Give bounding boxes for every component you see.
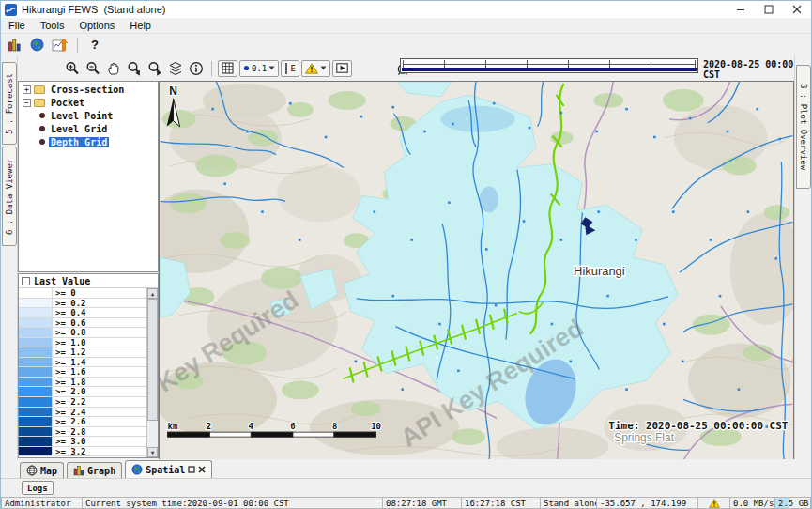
time-slider[interactable] xyxy=(400,58,698,73)
legend-row[interactable]: >= 0.2 xyxy=(19,299,158,309)
town-label: Hikurangi xyxy=(574,264,625,278)
spatial-display-icon[interactable] xyxy=(51,38,68,53)
help-button[interactable]: ? xyxy=(87,38,102,52)
legend-row[interactable]: >= 3.2 xyxy=(19,447,158,457)
timeseries-chart-icon[interactable] xyxy=(6,38,23,53)
menu-tools[interactable]: Tools xyxy=(33,19,72,32)
tab-map[interactable]: Map xyxy=(20,462,64,478)
tree-item-cross-section[interactable]: + Cross-section xyxy=(19,84,158,95)
legend-color-swatch xyxy=(19,367,53,377)
tree-item-level-point[interactable]: Level Point xyxy=(19,110,158,121)
tree-item-level-grid[interactable]: Level Grid xyxy=(19,123,158,134)
folder-icon xyxy=(34,99,45,107)
tab-spatial[interactable]: Spatial xyxy=(125,460,212,478)
legend-color-swatch xyxy=(19,288,53,298)
scale-bar-button[interactable]: E xyxy=(281,60,299,77)
zoom-in-icon[interactable] xyxy=(63,60,82,77)
legend-row[interactable]: >= 1.0 xyxy=(19,338,158,348)
svg-text:4: 4 xyxy=(248,422,253,431)
tab-forecast[interactable]: 5 : Forecast xyxy=(2,62,17,145)
display-tab-bar: Map Graph Spatial xyxy=(1,459,811,478)
zoom-previous-icon[interactable] xyxy=(125,60,144,77)
last-value-label: Last Value xyxy=(34,276,90,286)
menu-help[interactable]: Help xyxy=(122,19,159,32)
legend-row[interactable]: >= 3.0 xyxy=(19,437,158,447)
bar-chart-icon xyxy=(73,465,84,476)
legend-scrollbar[interactable]: ▲ ▼ xyxy=(146,288,158,457)
info-icon[interactable] xyxy=(187,60,206,77)
legend-color-swatch xyxy=(19,437,53,446)
tree-item-pocket[interactable]: − Pocket xyxy=(19,97,158,108)
close-pane-icon[interactable] xyxy=(198,466,206,473)
application-window: Hikurangi FEWS (Stand alone) File Tools … xyxy=(0,0,812,509)
tree-item-depth-grid[interactable]: Depth Grid xyxy=(19,136,158,147)
menu-file[interactable]: File xyxy=(1,19,33,32)
menu-options[interactable]: Options xyxy=(71,19,122,32)
scroll-down-icon[interactable]: ▼ xyxy=(147,447,158,457)
legend-row[interactable]: >= 2.4 xyxy=(19,408,158,418)
collapse-icon[interactable]: − xyxy=(23,99,31,107)
tab-graph[interactable]: Graph xyxy=(67,462,122,478)
time-slider-range xyxy=(402,68,697,71)
last-value-option[interactable]: Last Value xyxy=(19,274,158,288)
legend-row[interactable]: >= 1.2 xyxy=(19,347,158,358)
svg-text:6: 6 xyxy=(290,422,295,431)
window-title: Hikurangi FEWS (Stand alone) xyxy=(22,4,165,15)
layers-icon[interactable] xyxy=(166,60,185,77)
legend-color-swatch xyxy=(19,318,53,328)
right-dock-strip: 3 : Plot Overview xyxy=(794,55,811,459)
legend-row[interactable]: >= 2.8 xyxy=(19,427,158,438)
legend-row[interactable]: >= 1.8 xyxy=(19,378,158,388)
legend-color-swatch xyxy=(19,308,53,317)
legend-row[interactable]: >= 2.0 xyxy=(19,387,158,397)
last-value-checkbox[interactable] xyxy=(22,277,30,285)
status-network-speed: 0.0 MB/s xyxy=(729,497,774,509)
map-graphic: API Key Required API Key Required Hikura… xyxy=(160,82,793,460)
tab-data-viewer[interactable]: 6 : Data Viewer xyxy=(2,147,17,246)
legend-row[interactable]: >= 1.6 xyxy=(19,367,158,378)
expand-icon[interactable]: + xyxy=(23,85,31,94)
main-toolbar: ? xyxy=(1,34,811,55)
node-bullet-icon xyxy=(39,126,45,131)
restore-pane-icon[interactable] xyxy=(188,466,195,473)
folder-icon xyxy=(34,85,45,94)
left-dock-strip: 5 : Forecast 6 : Data Viewer xyxy=(1,55,18,459)
warning-layer-dropdown[interactable] xyxy=(301,60,330,77)
scroll-up-icon[interactable]: ▲ xyxy=(147,288,158,299)
globe-display-icon[interactable] xyxy=(28,38,45,53)
svg-text:2: 2 xyxy=(207,422,211,431)
place-label: Springs Flat xyxy=(614,431,674,444)
close-button[interactable] xyxy=(783,1,811,18)
map-canvas[interactable]: API Key Required API Key Required Hikura… xyxy=(159,81,794,461)
status-gmt-time: 08:27:18 GMT xyxy=(382,497,461,509)
legend-row[interactable]: >= 2.6 xyxy=(19,417,158,427)
status-warning[interactable] xyxy=(697,497,729,509)
tab-plot-overview[interactable]: 3 : Plot Overview xyxy=(796,65,811,189)
legend-row[interactable]: >= 0.4 xyxy=(19,308,158,318)
legend-color-swatch xyxy=(19,338,53,347)
movie-export-button[interactable] xyxy=(332,60,352,77)
menu-bar: File Tools Options Help xyxy=(1,18,811,34)
legend-row[interactable]: >= 0.8 xyxy=(19,328,158,338)
zoom-out-icon[interactable] xyxy=(84,60,102,77)
legend-row[interactable]: >= 2.2 xyxy=(19,397,158,408)
pan-hand-icon[interactable] xyxy=(104,60,123,77)
contour-interval-dropdown[interactable]: 0.1 xyxy=(239,60,279,77)
legend-color-swatch xyxy=(19,378,53,387)
status-coordinates: -35.657 , 174.199 xyxy=(596,497,697,509)
scrollbar-thumb[interactable] xyxy=(147,299,158,421)
minimize-button[interactable] xyxy=(727,1,755,18)
node-bullet-icon xyxy=(39,113,45,118)
maximize-button[interactable] xyxy=(755,1,783,18)
status-bar: Administrator Current system time:2020-0… xyxy=(1,497,811,509)
legend-color-swatch xyxy=(19,328,53,337)
status-system-time: Current system time:2020-09-01 00:00 CST xyxy=(82,497,382,509)
legend-row[interactable]: >= 0 xyxy=(19,288,158,299)
map-toolbar: 0.1 E xyxy=(18,55,811,81)
legend-row[interactable]: >= 0.6 xyxy=(19,318,158,329)
legend-color-swatch xyxy=(19,347,53,357)
logs-button[interactable]: Logs xyxy=(22,481,54,495)
grid-display-button[interactable] xyxy=(218,60,237,77)
zoom-next-icon[interactable] xyxy=(146,60,164,77)
legend-row[interactable]: >= 1.4 xyxy=(19,358,158,368)
